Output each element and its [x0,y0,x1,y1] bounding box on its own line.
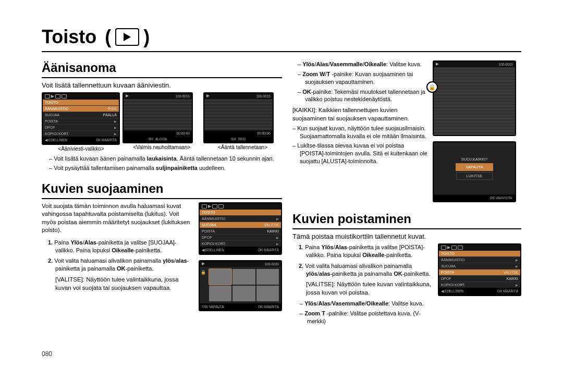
camera-icon [202,204,207,209]
option-lukitse[interactable]: LUKITSE [456,172,492,180]
play-icon [447,246,450,249]
camera-icon [441,246,446,250]
protect-step-1: 1. Paina Ylös/Alas-painiketta ja valitse… [55,239,193,254]
lcd-lock-preview: 100-0016 🔒 [433,60,516,136]
play-icon [436,63,439,66]
lock-icon: 🔒 [426,81,438,93]
caption-voice-menu: <Ääniviesti-valikko> [42,146,120,152]
protect-valitse: [VALITSE]: Näyttöön tulee valintaikkuna,… [55,276,193,292]
sound-icon [212,204,217,209]
voice-note-1: Voit lisätä kuvaan äänen painamalla lauk… [56,155,282,163]
heading-delete: Kuvien poistaminen [292,212,521,226]
heading-protect: Kuvien suojaaminen [42,181,282,196]
section-protect: Kuvien suojaaminen Voit suojata tämän to… [42,181,282,311]
play-icon [208,205,211,208]
lcd-recording: 100-0016 00:00:06 SHSEIS [203,92,274,143]
menu-title: TOISTO [43,100,119,105]
heading-voice: Äänisanoma [42,60,282,75]
protect-lead: Voit suojata tämän toiminnon avulla halu… [42,202,193,235]
sound-icon [55,94,60,99]
protect-button-specs: Ylös/Alas/Vasemmalle/Oikealle: Valitse k… [298,60,427,103]
protect-bullet-1: Kun suojaat kuvan, näyttöön tulee suojau… [300,125,427,140]
delete-step-2: 2. Voit valita haluamasi alivalikon pain… [306,262,433,278]
lcd-protect-menu: TOISTO ÄÄNIMUISTIO SUOJAAVALITSE POISTAK… [199,202,282,255]
lcd-delete-menu: TOISTO ÄÄNIMUISTIO SUOJAA POISTAVALITSE … [438,243,521,296]
delete-lead: Tämä poistaa muistikorttiin tallennetut … [292,232,521,240]
delete-zoom: Zoom T -painike: Valitse poistettava kuv… [300,310,433,325]
page-title: Toisto ( ) [42,26,521,48]
lock-icon: 🔒 [201,270,206,275]
sound-icon [451,246,457,250]
section-delete: Kuvien poistaminen Tämä poistaa muistiko… [292,212,521,327]
setup-icon [218,204,224,209]
setup-icon [62,94,67,99]
setup-icon [458,246,463,250]
protect-step-2: 2. Voit valita haluamasi alivalikon pain… [55,257,193,273]
section-voice-memo: Äänisanoma Voit lisätä tallennettuun kuv… [42,60,282,172]
lcd-ready-record: 100-0016 00:00:00 SHALOITA [123,92,193,143]
playback-icon [115,28,139,46]
lcd-protect-all-dialog: SUOJ.KAIKKI? VAPAUTA LUKITSE OK VAHVISTA [433,141,516,202]
delete-valitse: [VALITSE]: Näyttöön tulee kuvan valintai… [306,280,433,297]
play-icon [51,95,54,98]
voice-lead: Voit lisätä tallennettuun kuvaan äänivie… [42,81,282,89]
play-icon [126,94,129,97]
option-vapauta[interactable]: VAPAUTA [456,163,493,171]
play-icon [206,94,210,97]
camera-icon [45,94,50,99]
lcd-voice-menu: TOISTO ÄÄNIMUISTIOPOIS SUOJAAPÄÄLLÄ POIS… [42,92,120,145]
delete-directions: Ylös/Alas/Vasemmalle/Oikealle: Valitse k… [300,300,433,308]
manual-page: Toisto ( ) Äänisanoma Voit lisätä tallen… [42,26,521,337]
page-number: 080 [42,350,52,358]
caption-ready: <Valmis nauhoittamaan> [123,144,201,150]
caption-recording: <Ääntä tallennetaan> [203,144,282,150]
protect-kaikki: [KAIKKI]: Kaikkien tallennettujen kuvien… [292,106,427,123]
lcd-protect-thumb: 100-0020 🔒 T/W VAPAUTAOK MÄÄR [199,260,282,311]
delete-step-1: 1. Paina Ylös/Alas-painiketta ja valitse… [306,243,433,259]
voice-note-2: Voit pysäyttää tallentamisen painamalla … [56,164,282,172]
play-icon [202,262,205,265]
protect-bullet-2: Lukitse-tilassa olevaa kuvaa ei voi pois… [300,142,427,165]
